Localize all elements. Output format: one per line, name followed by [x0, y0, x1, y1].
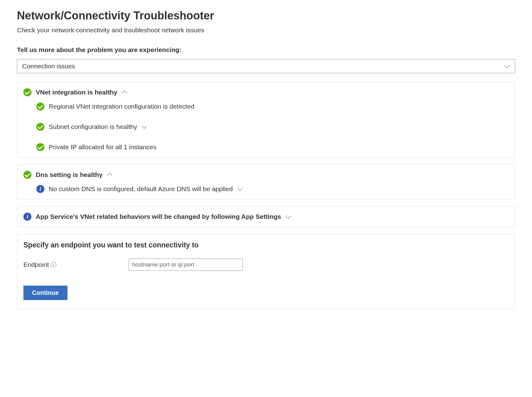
vnet-panel: VNet integration is healthy Regional VNe…: [17, 82, 515, 158]
endpoint-field-label: Endpoint: [23, 261, 49, 268]
info-icon: [36, 185, 44, 193]
chevron-down-icon: [141, 124, 147, 130]
vnet-item-label: Subnet configuration is healthy: [49, 123, 137, 130]
info-icon: [23, 213, 31, 221]
vnet-item-label: Private IP allocated for all 1 instances: [49, 143, 156, 151]
continue-button[interactable]: Continue: [23, 286, 67, 300]
dns-item[interactable]: No custom DNS is configured, default Azu…: [36, 185, 509, 193]
check-icon: [23, 88, 31, 96]
dns-item-label: No custom DNS is configured, default Azu…: [49, 185, 233, 193]
check-icon: [36, 123, 44, 131]
endpoint-section-title: Specify an endpoint you want to test con…: [23, 241, 509, 249]
chevron-down-icon: [237, 186, 243, 192]
chevron-up-icon: [122, 90, 127, 95]
vnet-header[interactable]: VNet integration is healthy: [23, 88, 509, 96]
vnet-item-label: Regional VNet integration configuration …: [49, 103, 194, 110]
dns-header[interactable]: Dns setting is healthy: [23, 171, 509, 179]
chevron-down-icon: [286, 214, 291, 219]
appsettings-header[interactable]: App Service's VNet related behaviors wil…: [23, 213, 509, 221]
check-icon: [36, 102, 44, 110]
vnet-item: Private IP allocated for all 1 instances: [36, 143, 509, 151]
vnet-item: Regional VNet integration configuration …: [36, 102, 509, 110]
endpoint-input[interactable]: [129, 259, 243, 271]
endpoint-panel: Specify an endpoint you want to test con…: [17, 234, 515, 309]
appsettings-title: App Service's VNet related behaviors wil…: [36, 213, 281, 220]
check-icon: [23, 171, 31, 179]
info-outline-icon[interactable]: [51, 262, 56, 267]
prompt-label: Tell us more about the problem you are e…: [17, 46, 515, 54]
problem-select[interactable]: Connection issues: [17, 59, 515, 73]
vnet-item[interactable]: Subnet configuration is healthy: [36, 123, 509, 131]
appsettings-panel: App Service's VNet related behaviors wil…: [17, 206, 515, 227]
page-subtitle: Check your network connectivity and trou…: [17, 26, 515, 34]
dns-title: Dns setting is healthy: [36, 171, 103, 178]
chevron-up-icon: [107, 172, 112, 178]
page-title: Network/Connectivity Troubleshooter: [17, 9, 515, 22]
vnet-title: VNet integration is healthy: [36, 89, 117, 96]
chevron-down-icon: [504, 63, 510, 69]
check-icon: [36, 143, 44, 151]
problem-select-value: Connection issues: [22, 62, 75, 70]
dns-panel: Dns setting is healthy No custom DNS is …: [17, 164, 515, 199]
